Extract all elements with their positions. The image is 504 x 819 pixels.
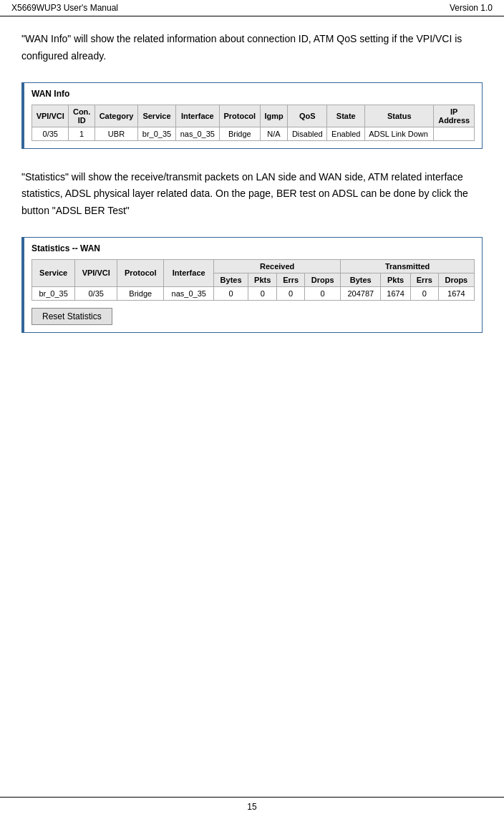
stats-col-received-header: Received [214, 259, 341, 273]
stats-col-tx-drops: Drops [438, 273, 474, 286]
intro-paragraph: "WAN Info" will show the related informa… [21, 31, 483, 65]
stats-col-rx-drops: Drops [305, 273, 341, 286]
page-number: 15 [247, 802, 256, 812]
stats-cell-vpi-vci: 0/35 [75, 286, 117, 300]
stats-col-transmitted-header: Transmitted [341, 259, 475, 273]
col-status: Status [365, 105, 434, 127]
stats-col-vpi-vci: VPI/VCI [75, 259, 117, 286]
wan-info-title: WAN Info [24, 83, 482, 102]
cell-qos: Disabled [288, 127, 327, 140]
stats-paragraph: "Statistics" will show the receive/trans… [21, 169, 483, 220]
stats-table: Service VPI/VCI Protocol Interface Recei… [32, 259, 475, 301]
cell-status: ADSL Link Down [365, 127, 434, 140]
stats-cell-rx-bytes: 0 [214, 286, 248, 300]
stats-col-service: Service [32, 259, 75, 286]
stats-col-tx-pkts: Pkts [381, 273, 411, 286]
cell-vpi-vci: 0/35 [32, 127, 69, 140]
stats-cell-tx-drops: 1674 [438, 286, 474, 300]
stats-col-rx-bytes: Bytes [214, 273, 248, 286]
version-label: Version 1.0 [450, 3, 493, 13]
stats-cell-interface: nas_0_35 [164, 286, 214, 300]
stats-cell-rx-errs: 0 [277, 286, 305, 300]
cell-state: Enabled [327, 127, 365, 140]
stats-col-rx-pkts: Pkts [248, 273, 277, 286]
stats-cell-service: br_0_35 [32, 286, 75, 300]
cell-ip-address [434, 127, 475, 140]
stats-panel-title: Statistics -- WAN [24, 238, 482, 256]
col-vpi-vci: VPI/VCI [32, 105, 69, 127]
col-ip-address: IPAddress [434, 105, 475, 127]
cell-interface: nas_0_35 [175, 127, 219, 140]
cell-category: UBR [94, 127, 137, 140]
cell-service: br_0_35 [138, 127, 176, 140]
stats-row: br_0_35 0/35 Bridge nas_0_35 0 0 0 0 204… [32, 286, 475, 300]
stats-cell-rx-pkts: 0 [248, 286, 277, 300]
col-igmp: Igmp [260, 105, 287, 127]
cell-protocol: Bridge [219, 127, 260, 140]
manual-title: X5669WUP3 User's Manual [11, 3, 118, 13]
wan-info-row: 0/35 1 UBR br_0_35 nas_0_35 Bridge N/A D… [32, 127, 475, 140]
stats-cell-protocol: Bridge [117, 286, 164, 300]
stats-cell-tx-bytes: 204787 [341, 286, 381, 300]
stats-col-protocol: Protocol [117, 259, 164, 286]
stats-cell-rx-drops: 0 [305, 286, 341, 300]
col-protocol: Protocol [219, 105, 260, 127]
wan-info-table: VPI/VCI Con.ID Category Service Interfac… [32, 105, 475, 141]
stats-cell-tx-pkts: 1674 [381, 286, 411, 300]
col-service: Service [138, 105, 176, 127]
col-qos: QoS [288, 105, 327, 127]
stats-col-interface: Interface [164, 259, 214, 286]
stats-panel: Statistics -- WAN Service VPI/VCI Protoc… [21, 237, 483, 333]
col-category: Category [94, 105, 137, 127]
stats-col-rx-errs: Errs [277, 273, 305, 286]
col-con-id: Con.ID [69, 105, 94, 127]
stats-col-tx-errs: Errs [410, 273, 438, 286]
wan-info-panel: WAN Info VPI/VCI Con.ID Category Service… [21, 82, 483, 149]
col-state: State [327, 105, 365, 127]
reset-statistics-button[interactable]: Reset Statistics [32, 308, 112, 325]
stats-col-tx-bytes: Bytes [341, 273, 381, 286]
cell-con-id: 1 [69, 127, 94, 140]
col-interface: Interface [175, 105, 219, 127]
stats-cell-tx-errs: 0 [410, 286, 438, 300]
cell-igmp: N/A [260, 127, 287, 140]
